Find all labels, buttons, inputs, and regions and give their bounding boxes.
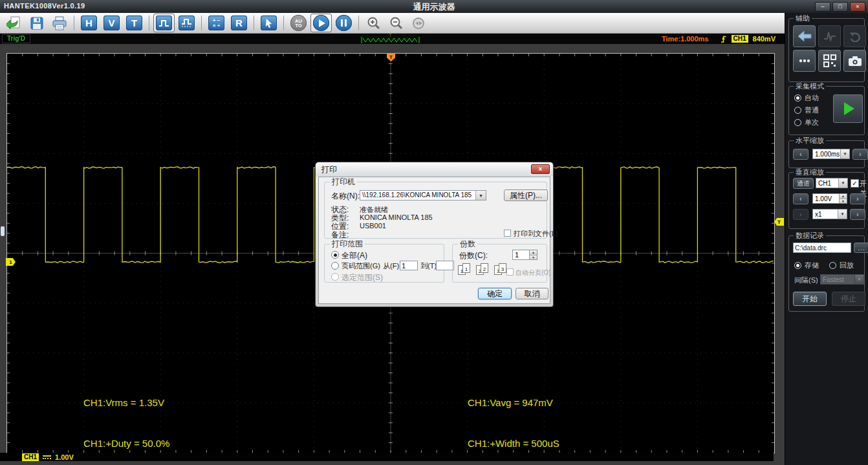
timebase-decrease-button[interactable]: ‹: [793, 149, 808, 160]
printer-name-select[interactable]: \\192.168.1.26\KONICA MINOLTA 185 ▼: [360, 190, 486, 200]
volts-spinner[interactable]: 1.00V ▲▼: [812, 193, 847, 204]
interval-select[interactable]: Fastest ▼: [820, 274, 864, 285]
record-start-button[interactable]: 开始: [793, 292, 827, 306]
toolbar-separator: [149, 16, 149, 30]
run-button[interactable]: [310, 14, 332, 32]
vertical-system-button[interactable]: V: [101, 14, 122, 32]
probe-select[interactable]: x1 ▼: [812, 209, 847, 219]
print-to-file-checkbox[interactable]: [504, 230, 511, 237]
digital-waveform-button[interactable]: [153, 14, 175, 32]
measurements-right: CH1:Vavg = 947mV CH1:+Width = 500uS CH1:…: [468, 369, 562, 465]
range-from-input[interactable]: [400, 261, 418, 270]
spinner-buttons[interactable]: ▲▼: [839, 194, 847, 203]
probe-increase-button[interactable]: ›: [850, 209, 865, 220]
zoom-reset-button[interactable]: [408, 14, 429, 32]
trigger-system-button[interactable]: T: [124, 14, 145, 32]
zoom-in-button[interactable]: [363, 14, 384, 32]
channel-badge[interactable]: CH1: [22, 453, 39, 461]
pause-button[interactable]: [333, 14, 354, 32]
window-title: 通用示波器: [0, 1, 868, 13]
copies-spinner[interactable]: ▲▼: [512, 250, 537, 260]
browse-button[interactable]: ...: [854, 243, 868, 253]
green-play-icon: [844, 102, 854, 115]
autoset-button[interactable]: AUTO: [288, 14, 309, 32]
acq-single-option[interactable]: 单次: [794, 118, 819, 127]
aux-group: 辅助: [788, 18, 865, 82]
timebase-increase-button[interactable]: ›: [852, 149, 868, 160]
maximize-button[interactable]: □: [832, 2, 848, 12]
chevron-down-icon: ▼: [838, 210, 847, 219]
playback-label: 回放: [840, 261, 854, 270]
print-button[interactable]: [49, 14, 70, 32]
cursor-button[interactable]: [258, 14, 279, 32]
print-icon: [52, 16, 67, 30]
trigger-level-readout: 840mV: [753, 35, 776, 43]
play-icon: [313, 15, 329, 31]
probe-decrease-button[interactable]: ‹: [793, 209, 808, 220]
timebase-select[interactable]: 1.000ms ▼: [812, 149, 850, 159]
volts-decrease-button[interactable]: ‹: [793, 193, 808, 204]
range-all-radio[interactable]: [331, 251, 339, 259]
screenshot-button[interactable]: [843, 50, 866, 72]
radio-icon: [794, 107, 801, 114]
copies-input[interactable]: [512, 250, 530, 260]
volts-value: 1.00V: [813, 195, 839, 202]
trigger-level-marker[interactable]: T: [774, 218, 784, 226]
channel-switch-checkbox[interactable]: ✓: [851, 179, 859, 188]
reference-button[interactable]: R: [228, 14, 250, 32]
zoom-reset-icon: [411, 16, 426, 30]
square-wave-icon: [156, 16, 172, 30]
printer-properties-button[interactable]: 属性(P)...: [504, 189, 548, 201]
back-button[interactable]: [793, 25, 816, 47]
range-selection-radio[interactable]: [331, 273, 339, 281]
print-dialog: 打印 × 打印机 名称(N): \\192.168.1.26\KONICA MI…: [315, 162, 554, 307]
cancel-button[interactable]: 取消: [515, 288, 548, 299]
record-playback-option[interactable]: 回放: [829, 261, 854, 270]
zoom-out-button[interactable]: [385, 14, 407, 32]
math-button[interactable]: + −× ÷: [206, 14, 227, 32]
more-options-button[interactable]: [793, 50, 816, 72]
digital-waveform2-button[interactable]: [176, 14, 197, 32]
toolbar-separator: [283, 16, 284, 30]
horizontal-system-button[interactable]: H: [78, 14, 100, 32]
radio-icon: [794, 262, 801, 269]
record-stop-button[interactable]: 停止: [832, 292, 865, 306]
measurements-left: CH1:Vrms = 1.35V CH1:+Duty = 50.0% CH1:F…: [83, 369, 179, 465]
control-sidebar: 辅助: [785, 13, 868, 465]
waveform-preview[interactable]: T: [360, 35, 420, 43]
print-dialog-body: 打印机 名称(N): \\192.168.1.26\KONICA MINOLTA…: [318, 177, 550, 304]
open-file-icon: [6, 16, 22, 31]
spinner-buttons[interactable]: ▲▼: [530, 250, 537, 260]
range-to-input[interactable]: [436, 261, 454, 270]
range-pages-label: 页码范围(G): [342, 261, 380, 271]
record-store-option[interactable]: 存储: [794, 261, 819, 270]
open-file-button[interactable]: [3, 14, 25, 32]
collate-checkbox[interactable]: [506, 268, 514, 276]
pulse-tool-button[interactable]: [818, 25, 841, 47]
acq-auto-option[interactable]: 自动: [794, 93, 819, 103]
horizontal-zoom-group: 水平缩放 ‹ 1.000ms ▼ ›: [788, 140, 865, 168]
channel-button[interactable]: 通道: [793, 178, 814, 189]
status-bar: Trig'D T Time:1.000ms CH1 840mV: [0, 34, 785, 44]
range-pages-radio[interactable]: [331, 262, 339, 270]
radio-icon: [829, 262, 836, 269]
window-close-button[interactable]: ×: [850, 2, 865, 12]
trigger-source-badge: CH1: [732, 35, 748, 43]
undo-button[interactable]: [843, 25, 866, 47]
dialog-close-button[interactable]: ×: [531, 164, 550, 174]
chevron-down-icon: ▼: [475, 191, 486, 200]
acq-run-button[interactable]: [833, 94, 863, 123]
printer-name-value: \\192.168.1.26\KONICA MINOLTA 185: [360, 191, 475, 200]
qr-code-button[interactable]: [818, 50, 841, 72]
ok-button[interactable]: 确定: [478, 288, 512, 299]
acq-auto-label: 自动: [805, 93, 819, 103]
save-button[interactable]: [26, 14, 47, 32]
toolbar-separator: [74, 16, 74, 30]
volts-increase-button[interactable]: ›: [850, 193, 865, 204]
record-path-input[interactable]: [793, 243, 851, 253]
range-selection-label: 选定范围(S): [342, 272, 383, 283]
math-icon: + −× ÷: [208, 16, 224, 30]
minimize-button[interactable]: –: [815, 2, 830, 12]
channel-select[interactable]: CH1 ▼: [816, 178, 848, 188]
acq-normal-option[interactable]: 普通: [794, 105, 819, 115]
